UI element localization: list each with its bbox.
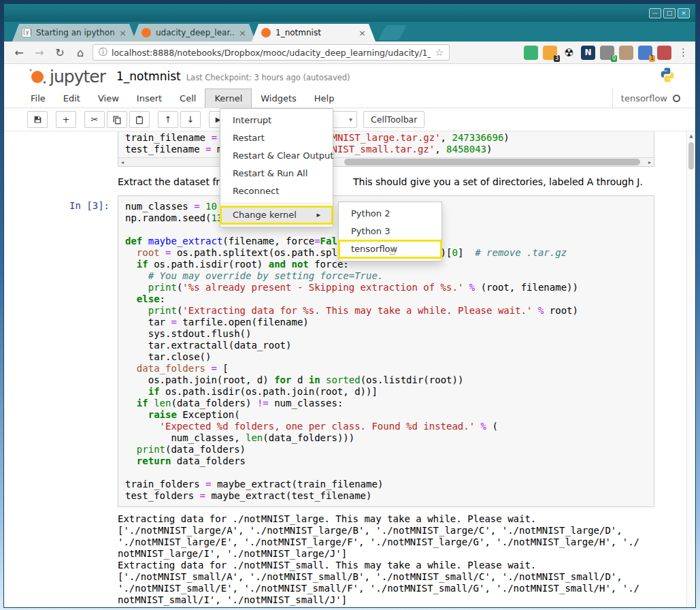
- extension-badge: 0: [611, 55, 617, 62]
- cell-toolbar-button[interactable]: CellToolbar: [363, 111, 424, 128]
- checkpoint-status: Last Checkpoint: 3 hours ago (autosaved): [186, 70, 350, 82]
- extension-icon-8[interactable]: [657, 46, 671, 60]
- bookmark-star-icon[interactable]: ☆: [435, 47, 444, 58]
- extension-icon-7[interactable]: 1: [638, 46, 652, 60]
- scroll-up-icon[interactable]: ▲: [687, 131, 695, 139]
- minimize-button[interactable]: —: [649, 8, 661, 18]
- forward-button[interactable]: →: [31, 46, 48, 59]
- extensions-row: 3 ☢ N 0 1 ⋮: [524, 46, 688, 60]
- radiation-extension-icon[interactable]: ☢: [562, 46, 576, 60]
- jupyter-header: jupyter 1_notmnist Last Checkpoint: 3 ho…: [4, 64, 695, 89]
- tab-close-icon[interactable]: ×: [359, 28, 366, 38]
- window-controls: — □ ×: [649, 8, 690, 18]
- kernel-name: tensorflow: [621, 93, 667, 103]
- address-bar[interactable]: ⓘ localhost:8888/notebooks/Dropbox/mooc/…: [93, 44, 450, 61]
- desktop: — □ × [y] Starting an ipython × udacity_…: [0, 0, 700, 610]
- cut-cell-button[interactable]: ✂: [84, 111, 105, 128]
- tab-close-icon[interactable]: ×: [119, 28, 127, 38]
- menu-item-change-kernel[interactable]: ▸ Change kernel: [220, 206, 333, 224]
- kernel-status-icon: [673, 95, 680, 102]
- extension-badge: 1: [649, 55, 655, 62]
- save-icon: [33, 115, 42, 124]
- menu-insert[interactable]: Insert: [128, 89, 171, 108]
- tab-close-icon[interactable]: ×: [239, 28, 246, 38]
- horizontal-scrollbar[interactable]: ◂ ▸: [118, 157, 654, 166]
- jupyter-logo[interactable]: jupyter: [27, 67, 105, 86]
- menu-edit[interactable]: Edit: [54, 89, 89, 108]
- jupyter-logo-text: jupyter: [50, 67, 105, 86]
- menu-item-restart[interactable]: Restart: [220, 129, 333, 147]
- save-button[interactable]: [27, 111, 48, 128]
- menu-item-label: Change kernel: [233, 210, 297, 220]
- extension-icon-2[interactable]: 3: [543, 46, 557, 60]
- hscrollbar-thumb[interactable]: [344, 159, 640, 165]
- menu-item-reconnect[interactable]: Reconnect: [220, 182, 333, 200]
- tab-starting-ipython[interactable]: [y] Starting an ipython ×: [12, 24, 136, 42]
- mouse-cursor-icon: ☝: [389, 244, 396, 257]
- tab-title: udacity_deep_lear...: [156, 28, 234, 37]
- code-editor[interactable]: train_filename = maybe_download('notMNIS…: [118, 131, 654, 157]
- copy-icon: [112, 115, 122, 125]
- browser-toolbar: ← → ↻ ⌂ ⓘ localhost:8888/notebooks/Dropb…: [4, 42, 695, 64]
- jupyter-logo-icon: [27, 67, 48, 86]
- jupyter-favicon-icon: [261, 28, 271, 37]
- menu-widgets[interactable]: Widgets: [252, 89, 305, 108]
- tab-1-notmnist[interactable]: 1_notmnist ×: [252, 24, 376, 42]
- close-button[interactable]: ×: [678, 8, 690, 18]
- markdown-text-right: This should give you a set of directorie…: [353, 176, 643, 187]
- tab-udacity-deep-learning[interactable]: udacity_deep_lear... ×: [132, 24, 256, 42]
- maximize-button[interactable]: □: [663, 8, 676, 18]
- menu-help[interactable]: Help: [305, 89, 344, 108]
- new-tab-button[interactable]: [378, 25, 407, 40]
- menu-item-restart-run-all[interactable]: Restart & Run All: [220, 165, 333, 182]
- python-logo-icon: [659, 66, 676, 86]
- menu-cell[interactable]: Cell: [171, 89, 205, 108]
- url-text: localhost:8888/notebooks/Dropbox/mooc/ud…: [112, 48, 431, 58]
- extension-icon-1[interactable]: [524, 46, 538, 60]
- add-cell-button[interactable]: +: [56, 111, 76, 128]
- menu-item-interrupt[interactable]: Interrupt: [220, 112, 333, 129]
- select-caret-icon: ▾: [349, 116, 352, 123]
- copy-cell-button[interactable]: [107, 111, 127, 128]
- vscrollbar-thumb[interactable]: [688, 142, 694, 170]
- code-cell-partial[interactable]: train_filename = maybe_download('notMNIS…: [118, 131, 654, 167]
- home-button[interactable]: ⌂: [72, 46, 88, 59]
- menu-kernel[interactable]: Kernel: [205, 89, 252, 108]
- hscrollbar-track[interactable]: [127, 158, 646, 166]
- kernel-dropdown-menu: Interrupt Restart Restart & Clear Output…: [220, 108, 333, 227]
- move-cell-up-button[interactable]: ↑: [158, 111, 178, 128]
- window-titlebar[interactable]: — □ ×: [4, 4, 695, 22]
- back-button[interactable]: ←: [11, 46, 27, 59]
- page-info-icon[interactable]: ⓘ: [99, 46, 107, 59]
- submenu-item-python3[interactable]: Python 3: [339, 223, 441, 240]
- reload-button[interactable]: ↻: [52, 46, 68, 59]
- vertical-scrollbar[interactable]: ▲: [686, 131, 695, 607]
- output-text: Extracting data for ./notMNIST_large. Th…: [118, 513, 686, 606]
- ipython-favicon-icon: [y]: [22, 28, 31, 37]
- submenu-caret-icon: ▸: [316, 209, 320, 221]
- tab-strip: [y] Starting an ipython × udacity_deep_l…: [4, 22, 695, 42]
- scroll-left-icon[interactable]: ◂: [118, 159, 127, 165]
- menu-view[interactable]: View: [89, 89, 128, 108]
- extension-icon-6[interactable]: [619, 46, 633, 60]
- menu-file[interactable]: File: [22, 89, 54, 108]
- notebook-toolbar: + ✂ ↑ ↓ ▶ ■ ▾ CellToolbar: [4, 108, 695, 131]
- scroll-right-icon[interactable]: ▸: [646, 159, 654, 165]
- markdown-text-left: Extract the dataset from: [118, 176, 235, 187]
- paste-cell-button[interactable]: [129, 111, 150, 128]
- submenu-item-python2[interactable]: Python 2: [339, 205, 441, 223]
- jupyter-favicon-icon: [141, 28, 151, 37]
- cell-prompt: In [3]:: [4, 195, 118, 507]
- menu-bar: File Edit View Insert Cell Kernel Widget…: [4, 89, 695, 108]
- extension-icon-5[interactable]: 0: [600, 46, 614, 60]
- move-cell-down-button[interactable]: ↓: [180, 111, 201, 128]
- menu-item-restart-clear-output[interactable]: Restart & Clear Output: [220, 147, 333, 165]
- tab-title: 1_notmnist: [276, 28, 354, 37]
- notebook-title[interactable]: 1_notmnist: [116, 69, 181, 83]
- extension-badge: 3: [554, 55, 560, 62]
- extension-icon-4[interactable]: N: [581, 46, 595, 60]
- paste-icon: [135, 115, 144, 125]
- kernel-submenu: Python 2 Python 3 tensorflow ☝: [338, 202, 442, 261]
- markdown-cell[interactable]: Extract the dataset from This should giv…: [118, 176, 686, 187]
- browser-menu-icon[interactable]: ⋮: [678, 46, 688, 59]
